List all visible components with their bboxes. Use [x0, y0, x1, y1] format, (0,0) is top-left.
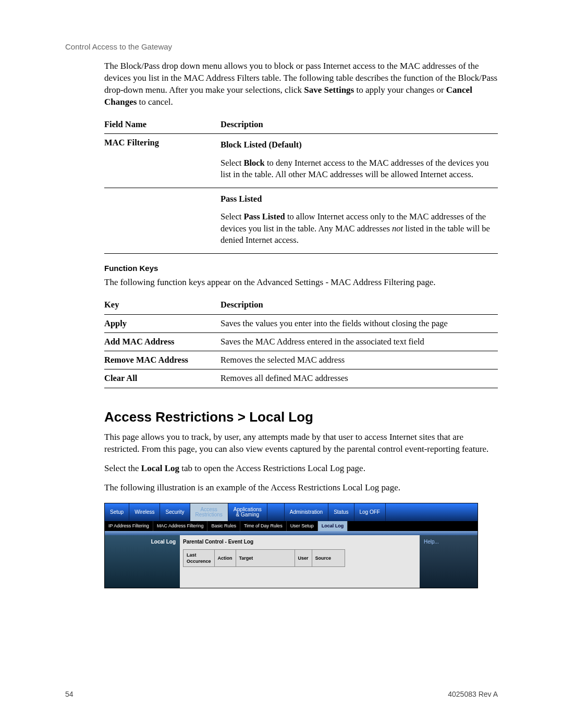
subtab-basic-rules[interactable]: Basic Rules — [207, 521, 240, 530]
td-pass-listed: Pass Listed Select Pass Listed to allow … — [221, 188, 498, 254]
ui-body: Local Log Parental Control - Event Log L… — [105, 535, 478, 588]
subtab-mac-filtering[interactable]: MAC Address Filtering — [153, 521, 208, 530]
subtab-user-setup[interactable]: User Setup — [287, 521, 318, 530]
table-row: MAC Filtering Block Listed (Default) Sel… — [104, 134, 498, 188]
intro-paragraph: The Block/Pass drop down menu allows you… — [104, 60, 498, 108]
running-header: Control Access to the Gateway — [65, 42, 498, 52]
sub-tab-bar: IP Address Filtering MAC Address Filteri… — [105, 521, 478, 530]
table-row: Clear All Removes all defined MAC addres… — [104, 369, 498, 388]
intro-mid: to apply your changes or — [356, 85, 446, 95]
pass-listed-body: Select Pass Listed to allow Internet acc… — [221, 209, 494, 250]
main-tab-bar: Setup Wireless Security Access Restricti… — [105, 503, 478, 521]
page-number: 54 — [65, 689, 74, 699]
tab-setup[interactable]: Setup — [105, 503, 129, 521]
table-row: Remove MAC Address Removes the selected … — [104, 351, 498, 369]
help-panel: Help... — [420, 535, 478, 588]
event-log-table: Last Occurence Action Target User Source — [183, 549, 345, 567]
tab-status[interactable]: Status — [328, 503, 354, 521]
section-label-local-log: Local Log — [105, 535, 180, 588]
subtab-ip-filtering[interactable]: IP Address Filtering — [105, 521, 153, 530]
section-title-local-log: Access Restrictions > Local Log — [104, 408, 498, 426]
table-row: Apply Saves the values you enter into th… — [104, 314, 498, 332]
td-mac-filtering-label: MAC Filtering — [104, 134, 221, 188]
mac-filtering-table: Field Name Description MAC Filtering Blo… — [104, 116, 498, 254]
subtab-local-log[interactable]: Local Log — [318, 521, 348, 530]
td-block-listed: Block Listed (Default) Select Block to d… — [221, 134, 498, 188]
tab-wireless[interactable]: Wireless — [129, 503, 160, 521]
help-link[interactable]: Help... — [424, 539, 439, 545]
th-key: Key — [104, 296, 221, 314]
local-log-para3: The following illustration is an example… — [104, 482, 498, 494]
page-footer: 54 4025083 Rev A — [65, 689, 498, 699]
col-source: Source — [312, 550, 345, 567]
th-field-name: Field Name — [104, 116, 221, 134]
table-header-row: Key Description — [104, 296, 498, 314]
th-description: Description — [221, 116, 498, 134]
col-action: Action — [214, 550, 236, 567]
content-block: The Block/Pass drop down menu allows you… — [104, 60, 498, 588]
th-description: Description — [221, 296, 498, 314]
col-last-occurence: Last Occurence — [183, 550, 215, 567]
event-log-panel: Parental Control - Event Log Last Occure… — [180, 535, 420, 588]
col-target: Target — [236, 550, 295, 567]
pass-listed-title: Pass Listed — [221, 194, 262, 204]
table-row: Pass Listed Select Pass Listed to allow … — [104, 188, 498, 254]
doc-revision: 4025083 Rev A — [448, 689, 498, 699]
tab-administration[interactable]: Administration — [285, 503, 328, 521]
function-keys-heading: Function Keys — [104, 263, 498, 274]
subtab-time-of-day[interactable]: Time of Day Rules — [240, 521, 287, 530]
function-keys-table: Key Description Apply Saves the values y… — [104, 296, 498, 388]
local-log-para2: Select the Local Log tab to open the Acc… — [104, 463, 498, 475]
tab-security[interactable]: Security — [160, 503, 190, 521]
tab-log-off[interactable]: Log OFF — [354, 503, 386, 521]
function-keys-intro: The following function keys appear on th… — [104, 277, 498, 289]
intro-bold-save: Save Settings — [304, 85, 354, 95]
tab-access-restrictions[interactable]: Access Restrictions — [190, 503, 228, 521]
local-log-ui-illustration: Setup Wireless Security Access Restricti… — [104, 503, 478, 588]
table-header-row: Field Name Description — [104, 116, 498, 134]
block-listed-title: Block Listed (Default) — [221, 140, 302, 150]
intro-suffix: to cancel. — [139, 97, 173, 107]
local-log-para1: This page allows you to track, by user, … — [104, 431, 498, 455]
tab-spacer — [267, 503, 285, 521]
document-page: Control Access to the Gateway The Block/… — [0, 0, 563, 728]
table-header-row: Last Occurence Action Target User Source — [183, 550, 345, 567]
tab-applications-gaming[interactable]: Applications & Gaming — [228, 503, 267, 521]
col-user: User — [295, 550, 312, 567]
table-row: Add MAC Address Saves the MAC Address en… — [104, 332, 498, 351]
ui-divider — [105, 531, 478, 535]
block-listed-body: Select Block to deny Internet access to … — [221, 155, 494, 185]
event-log-title: Parental Control - Event Log — [180, 535, 420, 548]
